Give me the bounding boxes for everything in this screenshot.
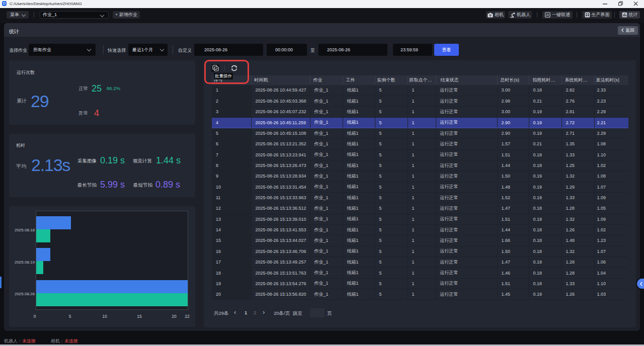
svg-text:AI: AI <box>546 13 549 17</box>
